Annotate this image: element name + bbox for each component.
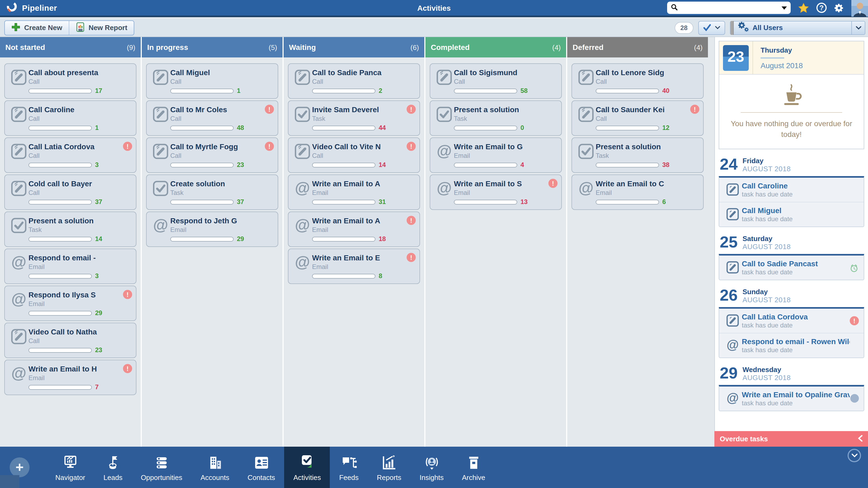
activity-card[interactable]: @ Respond to Jeth G Email 29: [146, 212, 278, 247]
nav-item-leads[interactable]: Leads: [94, 447, 132, 488]
activity-card[interactable]: @ Write an Email to E Email 8 !: [288, 249, 420, 284]
nav-item-reports[interactable]: Reports: [368, 447, 410, 488]
activity-card[interactable]: Call Latia Cordova Call 3 !: [4, 137, 136, 173]
nav-item-contacts[interactable]: Contacts: [239, 447, 284, 488]
card-value: 23: [95, 346, 102, 354]
card-title: Call to Saunder Kei: [596, 105, 699, 115]
activity-card[interactable]: Video Call to Natha Call 23: [4, 323, 136, 358]
activity-card[interactable]: @ Write an Email to A Email 31: [288, 174, 420, 210]
activity-card[interactable]: Call to Mr Coles Call 48 !: [146, 100, 278, 136]
nav-item-activities[interactable]: Activities: [284, 447, 330, 488]
call-icon: [9, 327, 28, 354]
search-box[interactable]: [667, 2, 790, 14]
add-button[interactable]: +: [10, 457, 30, 477]
agenda-task-item[interactable]: @ Respond to email - Rowen Wilders… task…: [719, 333, 864, 357]
navigator-icon: [62, 453, 79, 470]
kanban-column-waiting: Waiting (6) Call to Sadie Panca Call 2 I…: [284, 37, 424, 447]
corner-stub: [0, 475, 19, 488]
top-bar: Pipeliner Activities ?: [0, 0, 868, 17]
user-avatar[interactable]: [851, 0, 868, 17]
activity-card[interactable]: @ Respond to email - Email 3: [4, 249, 136, 284]
card-value: 12: [662, 124, 670, 132]
all-users-dropdown[interactable]: All Users: [730, 21, 865, 35]
nav-label: Feeds: [339, 473, 359, 481]
activity-card[interactable]: Present a solution Task 14: [4, 212, 136, 247]
progress-bar: [596, 199, 659, 204]
call-icon: [576, 68, 596, 95]
day-weekday: Saturday: [743, 234, 791, 242]
activity-card[interactable]: @ Write an Email to G Email 4: [430, 137, 562, 173]
nav-item-insights[interactable]: Insights: [410, 447, 453, 488]
task-icon: [151, 179, 170, 206]
agenda-task-item[interactable]: Call to Sadie Pancast task has due date: [719, 255, 864, 280]
overdue-tasks-bar[interactable]: Overdue tasks: [714, 431, 868, 447]
activity-card[interactable]: Present a solution Task 0: [430, 100, 562, 136]
card-type: Task: [170, 189, 273, 196]
favorites-star-icon[interactable]: [798, 2, 809, 14]
activity-card[interactable]: Video Call to Vite N Call 14 !: [288, 137, 420, 173]
chevron-left-icon[interactable]: [858, 434, 863, 444]
settings-gear-icon[interactable]: [834, 2, 844, 13]
svg-text:@: @: [579, 181, 593, 196]
activity-card[interactable]: Call to Sadie Panca Call 2: [288, 63, 420, 99]
coffee-cup-icon: [729, 82, 854, 107]
call-icon: [151, 105, 170, 132]
create-new-button[interactable]: Create New: [5, 21, 69, 35]
activity-card[interactable]: Call about presenta Call 17: [4, 63, 136, 99]
today-day-number: 23: [723, 48, 749, 65]
activity-card[interactable]: Create solution Task 37: [146, 174, 278, 210]
card-type: Email: [312, 263, 415, 270]
activity-card[interactable]: @ Write an Email to H Email 7 !: [4, 360, 136, 395]
new-report-button[interactable]: New Report: [69, 21, 134, 35]
card-title: Write an Email to S: [454, 179, 557, 189]
progress-bar: [596, 125, 659, 130]
chevron-down-icon[interactable]: [852, 26, 865, 30]
column-card-list: Call to Lenore Sidg Call 40 Call to Saun…: [567, 58, 708, 216]
nav-item-accounts[interactable]: Accounts: [191, 447, 239, 488]
filter-check-button[interactable]: [698, 21, 725, 35]
help-icon[interactable]: ?: [816, 3, 827, 13]
card-value: 29: [237, 235, 244, 243]
nav-item-navigator[interactable]: Navigator: [46, 447, 94, 488]
alarm-clock-icon: [849, 263, 859, 275]
collapse-sidebar-button[interactable]: [847, 449, 861, 462]
activity-card[interactable]: Cold call to Bayer Call 37: [4, 174, 136, 210]
activity-card[interactable]: Call Miguel Call 1: [146, 63, 278, 99]
progress-bar: [454, 199, 517, 204]
activity-card[interactable]: @ Write an Email to A Email 18 !: [288, 212, 420, 247]
activity-card[interactable]: Call to Sigismund Call 58: [430, 63, 562, 99]
agenda-task-item[interactable]: Call Latia Cordova task has due date !: [719, 308, 864, 333]
agenda-task-item[interactable]: @ Write an Email to Opaline Gravy task h…: [719, 386, 864, 411]
agenda-task-item[interactable]: Call Caroline task has due date: [719, 177, 864, 202]
today-card: 23 Thursday August 2018: [719, 41, 864, 149]
day-month: AUGUST 2018: [743, 296, 791, 303]
overdue-alert-icon: !: [407, 142, 416, 151]
activity-card[interactable]: @ Respond to Ilysa S Email 29 !: [4, 286, 136, 321]
activity-card[interactable]: Present a solution Task 38: [571, 137, 704, 173]
activity-card[interactable]: Invite Sam Deverel Task 44 !: [288, 100, 420, 136]
agenda-task-item[interactable]: Call Miguel task has due date: [719, 202, 864, 226]
overdue-alert-icon: !: [123, 290, 132, 299]
activity-card[interactable]: Call to Lenore Sidg Call 40: [571, 63, 704, 99]
search-dropdown-arrow-icon[interactable]: [781, 6, 787, 9]
nav-item-archive[interactable]: Archive: [453, 447, 494, 488]
search-input[interactable]: [681, 3, 779, 12]
task-icon: [576, 142, 596, 169]
activity-card[interactable]: Call Caroline Call 1: [4, 100, 136, 136]
activity-card[interactable]: @ Write an Email to C Email 6: [571, 174, 704, 210]
overdue-alert-icon: !: [407, 105, 416, 114]
nav-item-opportunities[interactable]: Opportunities: [132, 447, 191, 488]
agenda-day-group: Call Caroline task has due date Call Mig…: [719, 176, 864, 227]
new-report-label: New Report: [89, 24, 127, 32]
activity-card[interactable]: Call to Saunder Kei Call 12 !: [571, 100, 704, 136]
task-subtitle: task has due date: [742, 399, 850, 407]
nav-item-feeds[interactable]: Feeds: [330, 447, 368, 488]
card-type: Email: [28, 300, 132, 307]
activity-card[interactable]: Call to Myrtle Fogg Call 23 !: [146, 137, 278, 173]
card-title: Write an Email to G: [454, 142, 557, 152]
nav-label: Accounts: [200, 473, 229, 481]
activity-card[interactable]: @ Write an Email to S Email 13 !: [430, 174, 562, 210]
card-type: Email: [312, 189, 415, 196]
card-title: Respond to Jeth G: [170, 216, 273, 226]
card-title: Write an Email to A: [312, 216, 415, 226]
